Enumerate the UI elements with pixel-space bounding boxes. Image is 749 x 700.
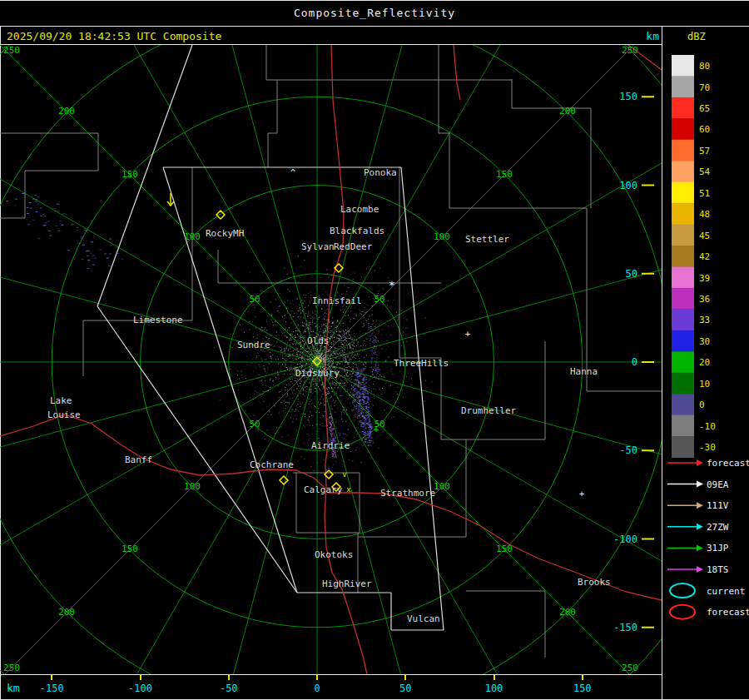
radar-site-marker: [280, 476, 288, 484]
range-ring-label: 50: [374, 294, 384, 305]
colorbar-level-label: 48: [699, 209, 710, 220]
x-axis-label: 50: [399, 683, 411, 694]
colorbar-level-label: 10: [699, 379, 710, 390]
city-label: Olds: [307, 335, 330, 346]
city-label: Louise: [47, 410, 81, 420]
colorbar-level: [672, 97, 694, 119]
x-axis-label: -100: [128, 683, 152, 694]
colorbar-level: [672, 77, 694, 98]
y-axis-label: -50: [619, 444, 637, 456]
city-label: RedDeer: [334, 241, 373, 252]
axis-tick: [51, 675, 52, 680]
colorbar-level-label: 39: [699, 273, 710, 284]
y-axis-label: 50: [626, 268, 637, 280]
legend-track-row: 09EA: [667, 479, 729, 490]
colorbar-level-label: 42: [699, 251, 710, 262]
colorbar-level-label: 57: [699, 146, 710, 156]
legend-track-label: 31JP: [707, 543, 729, 554]
x-axis-label: 150: [573, 683, 592, 694]
colorbar-level: [672, 436, 694, 458]
legend-track-label: forecast: [707, 607, 749, 618]
x-axis: -150-100-50050100150: [0, 675, 662, 699]
y-axis-label: -150: [613, 622, 637, 633]
range-ring-label: 250: [3, 663, 20, 673]
x-axis-label: 0: [314, 683, 320, 694]
city-label: Blackfalds: [330, 226, 384, 236]
legend-track-label: 111V: [707, 500, 729, 511]
range-ring-label: 50: [249, 419, 260, 429]
city-label: Hanna: [570, 366, 598, 377]
window-title: Composite_Reflectivity: [0, 7, 749, 19]
colorbar-level-label: 45: [699, 231, 710, 241]
range-ring-label: 100: [184, 481, 201, 492]
legend-track-label: 27ZW: [707, 522, 729, 533]
colorbar-level: [672, 373, 694, 395]
range-ring-label: 250: [622, 45, 638, 56]
legend-track-row: 111V: [667, 500, 729, 511]
x-axis-label: -150: [40, 683, 64, 694]
axis-tick: [494, 675, 495, 680]
city-label: Ponoka: [364, 167, 397, 178]
city-label: HighRiver: [322, 578, 372, 589]
city-label: Lake: [50, 395, 72, 406]
city-label: Innisfail: [312, 295, 362, 306]
colorbar-level: [672, 351, 694, 373]
axis-tick: [228, 675, 230, 680]
map-point-marker: v: [342, 470, 346, 479]
city-labels: PonokaLacombeBlackfaldsSylvanRedDeerRock…: [47, 167, 611, 624]
city-label: Drumheller: [461, 405, 517, 416]
track-legend: forecast09EA111V27ZW31JP18TScurrentforec…: [667, 458, 749, 619]
range-ring-label: 150: [496, 169, 513, 180]
colorbar-level-label: -10: [699, 421, 716, 432]
y-axis-label: -100: [613, 534, 637, 545]
legend-track-label: 09EA: [707, 479, 729, 490]
y-axis-label: 150: [619, 91, 637, 102]
radar-map[interactable]: *+^++xvPonokaLacombeBlackfaldsSylvanRedD…: [0, 45, 662, 674]
y-axis-unit-label: km: [632, 30, 659, 42]
city-label: Vulcan: [407, 613, 440, 624]
city-label: Banff: [125, 454, 152, 465]
legend-track-row: 27ZW: [667, 522, 729, 533]
city-label: Stettler: [465, 234, 509, 245]
colorbar-level-label: 30: [699, 336, 710, 347]
city-label: Okotoks: [315, 549, 353, 560]
colorbar-title: dBZ: [687, 31, 706, 42]
colorbar-level: [672, 330, 694, 352]
colorbar: 807065605754514845423936333020100-10-30: [672, 55, 716, 458]
radar-sector-outline: [97, 45, 444, 630]
colorbar-level-label: 0: [699, 400, 705, 410]
city-label: Cochrane: [250, 459, 294, 470]
y-axis-label: 100: [619, 180, 637, 191]
range-ring-label: 100: [434, 231, 450, 242]
legend-track-row: forecast: [670, 605, 749, 619]
colorbar-legend: 807065605754514845423936333020100-10-30f…: [662, 45, 749, 700]
city-label: Strathmore: [380, 488, 435, 499]
legend-track-row: current: [670, 583, 745, 598]
colorbar-level-label: 36: [699, 294, 710, 305]
colorbar-level-label: 60: [699, 124, 710, 135]
colorbar-level-label: 33: [699, 315, 710, 325]
city-label: Airdrie: [311, 440, 350, 451]
timestamp-label: 2025/09/20 18:42:53 UTC Composite: [7, 30, 221, 42]
colorbar-level-label: 80: [699, 61, 710, 72]
range-ring-label: 100: [434, 481, 450, 492]
y-axis-label: 0: [632, 356, 637, 368]
colorbar-level: [672, 246, 694, 267]
colorbar-level: [672, 394, 694, 415]
colorbar-level: [672, 140, 694, 161]
range-ring-label: 200: [559, 106, 576, 117]
range-ring-label: 50: [374, 419, 384, 429]
axis-tick: [140, 675, 141, 680]
colorbar-level-label: 70: [699, 82, 710, 93]
legend-track-label: current: [707, 586, 745, 597]
legend-track-row: 18TS: [667, 564, 729, 575]
colorbar-level-label: 51: [699, 188, 710, 199]
colorbar-level: [672, 118, 694, 140]
legend-track-label: 18TS: [707, 564, 729, 575]
map-point-marker: ^: [290, 168, 295, 177]
range-ring-label: 200: [559, 607, 576, 618]
axis-tick: [316, 675, 318, 680]
colorbar-level-label: 65: [699, 103, 710, 114]
colorbar-level: [672, 267, 694, 289]
map-point-marker: *: [389, 279, 395, 291]
